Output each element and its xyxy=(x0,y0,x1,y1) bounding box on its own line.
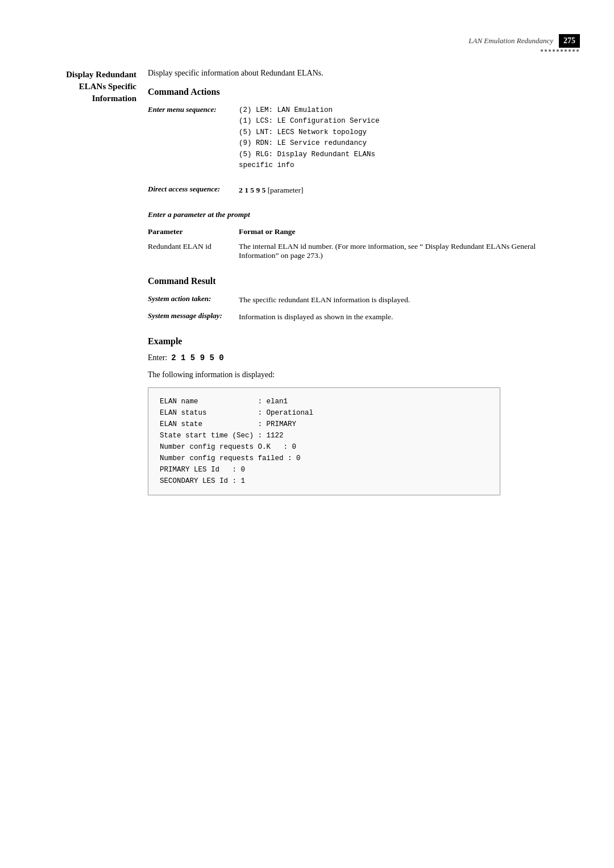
menu-sequence-value: (2) LEM: LAN Emulation (1) LCS: LE Confi… xyxy=(239,105,580,171)
param-table: Parameter Format or Range Redundant ELAN… xyxy=(148,225,580,262)
direct-access-row: Direct access sequence: 2 1 5 9 5 [param… xyxy=(148,185,580,196)
param-table-header: Parameter Format or Range xyxy=(148,225,580,240)
dot xyxy=(569,49,571,52)
command-result-block: Command Result System action taken: The … xyxy=(148,276,580,323)
code-block: ELAN name : elan1 ELAN status : Operatio… xyxy=(148,387,500,495)
menu-sequence-block: Enter menu sequence: (2) LEM: LAN Emulat… xyxy=(148,105,580,171)
param-col1-header: Parameter xyxy=(148,225,239,240)
page-header: LAN Emulation Redundancy 275 xyxy=(0,34,614,52)
param-prompt: Enter a parameter at the prompt xyxy=(148,210,580,219)
page-container: LAN Emulation Redundancy 275 xyxy=(0,0,614,868)
example-enter: Enter: 2 1 5 9 5 0 xyxy=(148,353,580,362)
menu-line4: (9) RDN: LE Service redundancy xyxy=(239,139,367,147)
right-column: Display specific information about Redun… xyxy=(148,69,580,509)
example-enter-code: 2 1 5 9 5 0 xyxy=(171,353,223,362)
direct-access-label: Direct access sequence: xyxy=(148,185,239,196)
section-description: Display specific information about Redun… xyxy=(148,69,580,78)
example-enter-prefix: Enter: xyxy=(148,353,167,362)
menu-sequence-label: Enter menu sequence: xyxy=(148,105,239,171)
system-message-value: Information is displayed as shown in the… xyxy=(239,311,580,323)
menu-line5: (5) RLG: Display Redundant ELANs xyxy=(239,151,375,158)
system-action-label: System action taken: xyxy=(148,294,239,306)
command-result-heading: Command Result xyxy=(148,276,580,286)
page-title: LAN Emulation Redundancy xyxy=(468,36,553,45)
dot xyxy=(576,49,579,52)
following-text: The following information is displayed: xyxy=(148,370,580,379)
param-desc: The internal ELAN id number. (For more i… xyxy=(239,240,580,262)
dots-decoration xyxy=(541,49,580,52)
menu-sequence-row: Enter menu sequence: (2) LEM: LAN Emulat… xyxy=(148,105,580,171)
system-message-row: System message display: Information is d… xyxy=(148,311,580,323)
dot xyxy=(572,49,575,52)
direct-access-param: [parameter] xyxy=(268,186,304,194)
page-number: 275 xyxy=(559,34,580,48)
param-col2-header: Format or Range xyxy=(239,225,580,240)
system-action-value: The specific redundant ELAN information … xyxy=(239,294,580,306)
header-title-row: LAN Emulation Redundancy 275 xyxy=(468,34,580,48)
title-line3: Information xyxy=(92,94,136,103)
direct-access-block: Direct access sequence: 2 1 5 9 5 [param… xyxy=(148,185,580,196)
header-info-block: LAN Emulation Redundancy 275 xyxy=(468,34,580,52)
section-row: Display Redundant ELANs Specific Informa… xyxy=(34,69,580,509)
menu-line2: (1) LCS: LE Configuration Service xyxy=(239,117,380,125)
dot xyxy=(549,49,551,52)
menu-line1: (2) LEM: LAN Emulation xyxy=(239,106,333,114)
direct-access-numbers: 2 1 5 9 5 xyxy=(239,186,265,194)
left-column: Display Redundant ELANs Specific Informa… xyxy=(34,69,148,509)
main-content: Display Redundant ELANs Specific Informa… xyxy=(0,69,614,509)
command-actions-heading: Command Actions xyxy=(148,87,580,97)
example-block: Example Enter: 2 1 5 9 5 0 The following… xyxy=(148,336,580,495)
system-action-row: System action taken: The specific redund… xyxy=(148,294,580,306)
system-message-label: System message display: xyxy=(148,311,239,323)
dot xyxy=(565,49,567,52)
dot xyxy=(561,49,563,52)
section-title: Display Redundant ELANs Specific Informa… xyxy=(34,69,136,105)
menu-line3: (5) LNT: LECS Network topology xyxy=(239,128,367,136)
dot xyxy=(557,49,559,52)
dot xyxy=(541,49,543,52)
direct-access-value: 2 1 5 9 5 [parameter] xyxy=(239,185,580,196)
param-table-row: Redundant ELAN id The internal ELAN id n… xyxy=(148,240,580,262)
parameter-block: Enter a parameter at the prompt Paramete… xyxy=(148,210,580,262)
dot xyxy=(545,49,547,52)
menu-line6: specific info xyxy=(239,161,294,169)
dot xyxy=(553,49,555,52)
title-line1: Display Redundant xyxy=(66,70,136,79)
param-name: Redundant ELAN id xyxy=(148,240,239,262)
example-heading: Example xyxy=(148,336,580,347)
title-line2: ELANs Specific xyxy=(79,82,136,91)
